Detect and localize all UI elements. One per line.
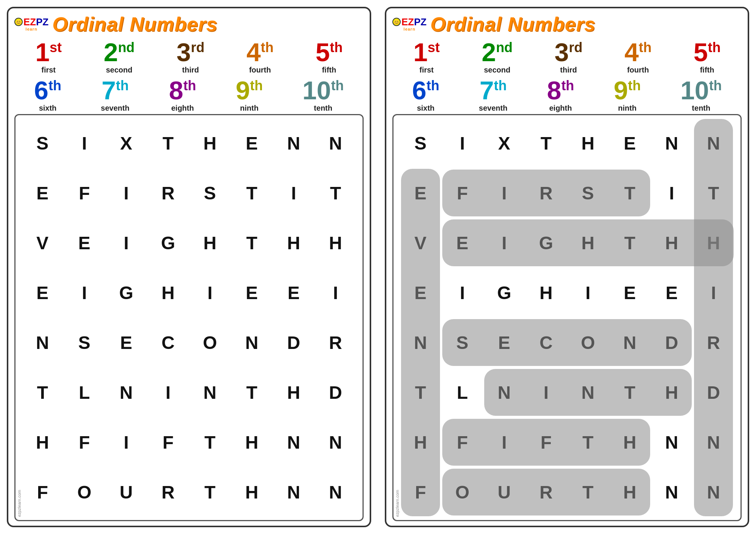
cell-r-7-4: T [575,479,601,505]
num-figure-6-r: 6th [412,77,439,103]
cell-6-1: F [71,429,97,455]
cell-r-2-7: H [701,230,727,256]
ordinals-row-1-right: 1st first 2nd second 3rd third 4th fourt… [392,38,742,76]
cell-4-7: R [323,330,349,355]
grid-row-left-7: FOURTHNN [22,479,356,505]
ordinal-9th-r: 9th ninth [614,77,641,113]
num-figure-10-r: 10th [680,77,722,103]
right-panel: 😊 EZPZ learn Ordinal Numbers 1st first 2… [378,0,756,534]
cell-4-4: O [197,330,223,355]
ordinal-4th-r: 4th fourth [624,39,652,74]
cell-6-5: H [239,429,265,455]
ordinals-row-2-right: 6th sixth 7th seventh 8th eighth 9th nin… [392,76,742,114]
grid-row-left-0: SIXTHENN [22,130,356,156]
cell-6-2: I [113,429,139,455]
cell-4-5: N [239,330,265,355]
cell-r-5-1: L [449,380,475,405]
ordinals-row-1: 1st first 2nd second 3rd third 4th fourt… [14,38,364,76]
num-label-7-r: seventh [479,104,508,113]
cell-0-3: T [155,130,181,156]
num-figure-4-r: 4th [624,39,652,65]
ordinals-row-2: 6th sixth 7th seventh 8th eighth 9th nin… [14,76,364,114]
cell-5-1: L [71,380,97,405]
cell-r-5-3: I [533,380,559,405]
ordinal-8th: 8th eighth [169,77,196,113]
num-figure-5: 5th [316,39,343,65]
ordinal-4th: 4th fourth [246,39,274,74]
cell-2-7: H [323,230,349,256]
cell-r-5-5: T [617,380,643,405]
cell-r-2-0: V [407,230,433,256]
num-label-8: eighth [171,104,194,113]
num-figure-4: 4th [246,39,274,65]
num-figure-7-r: 7th [480,77,507,103]
num-label-2-r: second [484,66,510,74]
cell-r-4-3: C [533,330,559,355]
cell-7-7: N [323,479,349,505]
watermark-right: ezpzlearn.com [395,490,400,517]
logo: 😊 EZPZ learn [14,17,48,31]
smiley-icon-right: 😊 [392,18,401,26]
cell-7-2: U [113,479,139,505]
ordinal-3rd: 3rd third [177,39,204,74]
num-figure-3: 3rd [177,39,204,65]
cell-5-4: N [197,380,223,405]
cell-5-6: H [281,380,307,405]
left-header: 😊 EZPZ learn Ordinal Numbers [14,13,364,35]
cell-r-3-5: E [617,280,643,306]
grid-wrapper-right: SIXTHENNEFIRSTITVEIGHTHHEIGHIEEINSECONDR… [400,118,734,517]
cell-r-3-3: H [533,280,559,306]
num-label-4-r: fourth [627,66,649,74]
cell-r-2-1: E [449,230,475,256]
cell-r-2-6: H [659,230,685,256]
cell-0-0: S [29,130,55,156]
logo-learn: learn [26,27,37,31]
cell-3-7: I [323,280,349,306]
ordinal-9th: 9th ninth [236,77,263,113]
cell-2-4: H [197,230,223,256]
num-label-4: fourth [249,66,271,74]
cell-r-0-6: N [659,130,685,156]
cell-r-7-6: N [659,479,685,505]
cell-r-0-2: X [491,130,517,156]
cell-6-3: F [155,429,181,455]
ordinal-10th-r: 10th tenth [680,77,722,113]
cell-1-7: T [323,180,349,206]
cell-4-3: C [155,330,181,355]
cell-r-6-5: H [617,429,643,455]
ordinal-3rd-r: 3rd third [555,39,582,74]
cell-r-0-5: E [617,130,643,156]
num-figure-1: 1st [35,39,62,65]
cell-5-0: T [29,380,55,405]
grid-row-right-3: EIGHIEEI [400,280,734,306]
num-label-9-r: ninth [618,104,637,113]
cell-r-4-6: D [659,330,685,355]
cell-r-4-4: O [575,330,601,355]
cell-r-6-3: F [533,429,559,455]
cell-4-1: S [71,330,97,355]
num-figure-7: 7th [102,77,129,103]
cell-6-0: H [29,429,55,455]
num-figure-9: 9th [236,77,263,103]
cell-7-4: T [197,479,223,505]
cell-5-5: T [239,380,265,405]
right-card: 😊 EZPZ learn Ordinal Numbers 1st first 2… [385,7,749,527]
cell-r-7-5: H [617,479,643,505]
cell-r-6-2: I [491,429,517,455]
grid-row-right-4: NSECONDR [400,330,734,355]
cell-r-3-1: I [449,280,475,306]
num-label-1-r: first [420,66,434,74]
cell-r-6-0: H [407,429,433,455]
cell-r-0-0: S [407,130,433,156]
cell-3-1: I [71,280,97,306]
cell-r-3-4: I [575,280,601,306]
num-label-6: sixth [39,104,57,113]
grid-row-right-2: VEIGHTHH [400,230,734,256]
page-title: Ordinal Numbers [52,13,217,35]
cell-1-4: S [197,180,223,206]
cell-r-3-6: E [659,280,685,306]
ordinal-6th: 6th sixth [34,77,61,113]
cell-r-2-2: I [491,230,517,256]
num-label-2: second [106,66,132,74]
num-figure-2: 2nd [104,39,135,65]
